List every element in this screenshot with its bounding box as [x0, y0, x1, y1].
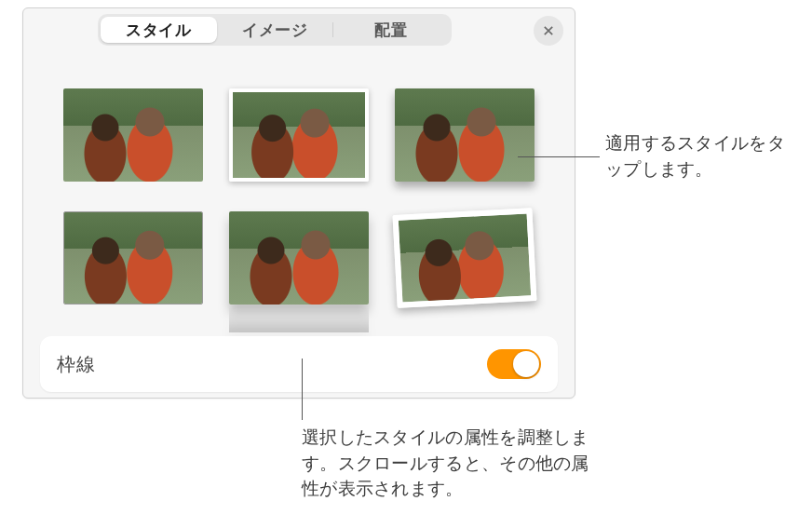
photo-preview: [233, 92, 365, 178]
callout-leader-line: [302, 359, 303, 420]
callout-attributes: 選択したスタイルの属性を調整します。スクロールすると、その他の属性が表示されます…: [302, 425, 600, 502]
style-thumbnails-grid: [23, 51, 575, 323]
toggle-knob: [513, 351, 539, 377]
tab-image[interactable]: イメージ: [217, 17, 333, 43]
style-thumb-polaroid-tilt[interactable]: [395, 211, 535, 305]
tab-label: イメージ: [242, 20, 307, 41]
photo-preview: [64, 212, 202, 304]
callout-style-tap: 適用するスタイルをタップします。: [605, 130, 792, 182]
close-icon: [542, 24, 555, 37]
style-thumb-thin-line[interactable]: [63, 211, 203, 305]
border-toggle[interactable]: [487, 349, 541, 379]
tab-label: スタイル: [126, 20, 191, 41]
reflection-effect: [229, 305, 369, 332]
photo-preview: [229, 211, 369, 305]
tabs-segmented-control: スタイル イメージ 配置: [98, 14, 452, 46]
style-thumb-drop-shadow[interactable]: [395, 88, 535, 182]
tab-style[interactable]: スタイル: [101, 17, 217, 43]
tab-bar: スタイル イメージ 配置: [23, 8, 575, 51]
border-label: 枠線: [57, 352, 96, 377]
style-thumb-reflection[interactable]: [229, 211, 369, 305]
photo-preview: [395, 88, 535, 182]
photo-preview: [399, 213, 531, 302]
callout-leader-line: [518, 156, 600, 157]
tab-arrange[interactable]: 配置: [332, 17, 449, 43]
border-row: 枠線: [40, 336, 558, 392]
style-thumb-white-border[interactable]: [229, 88, 369, 182]
photo-preview: [63, 88, 203, 182]
tab-label: 配置: [374, 20, 407, 41]
style-thumb-plain[interactable]: [63, 88, 203, 182]
format-panel: スタイル イメージ 配置: [22, 7, 575, 399]
close-button[interactable]: [534, 16, 563, 46]
